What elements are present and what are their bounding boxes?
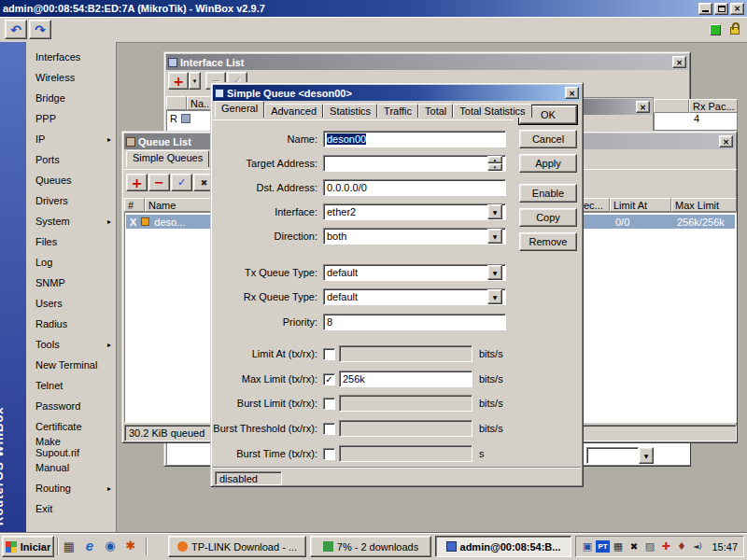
interface-dropdown-icon[interactable]: ▼ [487,204,502,219]
sidebar-item[interactable]: Interfaces ▸ [26,47,117,67]
sidebar-item[interactable]: New Terminal ▸ [26,355,117,375]
enable-button[interactable]: Enable [519,184,577,203]
tray-app2-icon[interactable]: ♦ [674,540,689,553]
tx-queue-type-select[interactable]: default ▼ [323,264,506,281]
tab-statistics[interactable]: Statistics [323,104,377,118]
name-input[interactable]: deson00 [323,131,506,147]
sidebar-item[interactable]: Log ▸ [26,252,117,273]
sidebar-item[interactable]: Certificate ▸ [26,416,117,437]
quicklaunch-globe-icon[interactable]: ◉ [103,539,118,553]
task-tplink-download[interactable]: TP-LINK Download - ... [168,536,306,557]
interface-list-col-spacer[interactable] [166,96,187,110]
direction-select[interactable]: both ▼ [323,228,506,245]
limit-at-checkbox[interactable] [323,348,335,360]
tray-volume-icon[interactable]: ◄) [690,542,705,551]
max-limit-unit: bits/s [479,373,503,385]
tray-display-icon[interactable]: ▣ [580,540,595,553]
stats-col-spacer[interactable] [654,99,689,113]
interface-list-titlebar[interactable]: Interface List × [166,54,688,70]
quicklaunch-browser-icon[interactable]: e [82,538,97,553]
sidebar-item[interactable]: Manual ▸ [26,457,117,478]
close-button[interactable]: × [730,3,744,15]
tray-x-icon[interactable]: ✖ [627,541,641,552]
tab-simple-queues[interactable]: Simple Queues [126,150,209,167]
col-limit-at[interactable]: Limit At [610,198,671,212]
target-down-icon[interactable]: ▾ [487,163,502,171]
tab-advanced[interactable]: Advanced [264,104,323,118]
interface-select[interactable]: ether2 ▼ [323,203,506,220]
quicklaunch-show-desktop-icon[interactable]: ▦ [62,539,77,553]
col-truncated[interactable]: ec... [580,198,610,212]
direction-dropdown-icon[interactable]: ▼ [487,229,502,244]
dialog-titlebar[interactable]: Simple Queue <deson00> × [213,85,581,101]
sidebar-item[interactable]: IP ▸ [26,129,117,149]
stats-col-rx-packets[interactable]: Rx Pac... [689,99,738,113]
sidebar-item[interactable]: Bridge ▸ [26,88,117,108]
tab-total[interactable]: Total [418,104,453,118]
sidebar-item[interactable]: Queues ▸ [26,170,117,190]
dialog-close-icon[interactable]: × [565,87,579,99]
target-address-input[interactable]: ▴ ▾ [323,155,506,172]
tray-health-icon[interactable]: ✚ [658,540,673,553]
sidebar-item[interactable]: Make Supout.rif ▸ [26,437,117,457]
enable-queue-button[interactable]: ✓ [171,174,192,191]
minimize-button[interactable] [698,3,712,15]
queue-list-close-icon[interactable]: × [719,135,733,147]
add-dropdown-icon[interactable]: ▾ [189,72,201,90]
sidebar-item[interactable]: Exit ▸ [26,498,117,519]
quicklaunch-app-icon[interactable]: ✱ [123,539,138,553]
sidebar-item[interactable]: Wireless ▸ [26,67,117,88]
interface-list-close-icon[interactable]: × [672,56,686,68]
sidebar-item[interactable]: Ports ▸ [26,149,117,170]
burst-time-checkbox[interactable] [323,448,335,460]
sidebar-item[interactable]: PPP ▸ [26,108,117,129]
col-max-limit[interactable]: Max Limit [671,198,737,212]
burst-threshold-checkbox[interactable] [323,423,335,435]
tray-keyboard-icon[interactable]: ▦ [611,540,626,553]
interface-row[interactable]: R [170,113,190,124]
background-combo-dropdown-icon[interactable]: ▼ [639,447,654,464]
redo-button[interactable]: ↷ [29,20,51,39]
sidebar-item-label: Bridge [35,92,65,104]
tab-total-statistics[interactable]: Total Statistics [453,104,531,118]
sidebar-item[interactable]: Telnet ▸ [26,375,117,396]
sidebar-item[interactable]: Files ▸ [26,231,117,252]
tab-general[interactable]: General [215,101,264,118]
undo-button[interactable]: ↶ [5,20,27,39]
sidebar-item[interactable]: Users ▸ [26,293,117,314]
tray-language-pt-badge[interactable]: PT [596,540,610,553]
sidebar-item[interactable]: Password ▸ [26,396,117,416]
task-downloads[interactable]: 7% - 2 downloads [310,536,431,557]
dst-address-input[interactable]: 0.0.0.0/0 [323,179,506,196]
burst-limit-checkbox[interactable] [323,398,335,410]
maximize-button[interactable] [714,3,728,15]
background-combo-value[interactable] [586,447,639,464]
apply-button[interactable]: Apply [519,154,577,173]
sidebar-item[interactable]: System ▸ [26,211,117,231]
rx-queue-type-dropdown-icon[interactable]: ▼ [487,289,502,304]
sidebar-item[interactable]: Routing ▸ [26,478,117,498]
add-interface-button[interactable]: + [168,72,189,90]
task-winbox[interactable]: admin@00:08:54:B... [435,536,571,557]
max-limit-checkbox[interactable]: ✓ [323,373,335,385]
sidebar-item[interactable]: Drivers ▸ [26,190,117,211]
rx-queue-type-select[interactable]: default ▼ [323,288,506,305]
copy-button[interactable]: Copy [519,208,577,227]
priority-input[interactable]: 8 [323,314,506,330]
tab-traffic[interactable]: Traffic [377,104,418,118]
remove-queue-button[interactable]: − [148,174,170,191]
add-queue-button[interactable]: + [126,174,148,191]
sidebar-item[interactable]: Tools ▸ [26,334,117,355]
sidebar-item[interactable]: Radius ▸ [26,314,117,334]
sidebar-item[interactable]: SNMP ▸ [26,273,117,293]
remove-button[interactable]: Remove [519,232,577,251]
tray-app-icon[interactable]: ▨ [642,540,657,553]
background-window-close-icon[interactable]: × [636,101,650,113]
col-number[interactable]: # [124,198,145,212]
cancel-button[interactable]: Cancel [519,130,577,148]
start-button[interactable]: Iniciar [2,536,54,557]
target-up-icon[interactable]: ▴ [487,156,502,163]
background-window-titlebar[interactable]: × [581,99,652,115]
tx-queue-type-dropdown-icon[interactable]: ▼ [487,265,502,280]
max-limit-input[interactable]: 256k [339,371,472,387]
